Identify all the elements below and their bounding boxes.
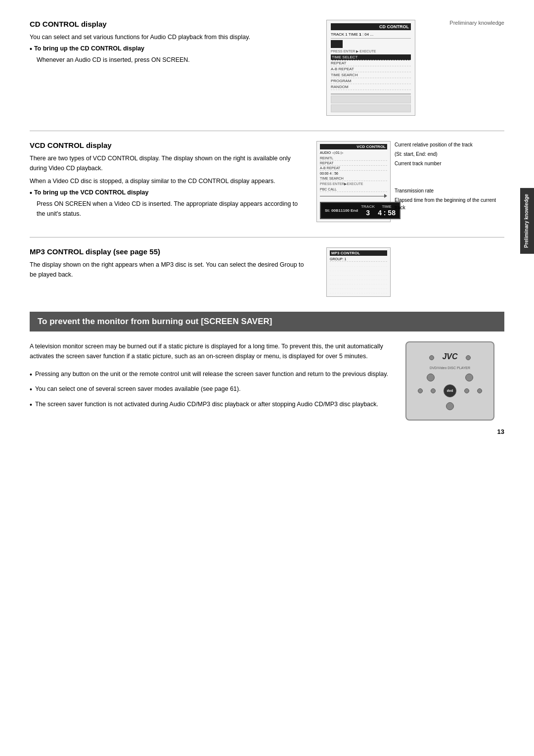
screen-saver-content: A television monitor screen may be burne… [30,341,504,421]
vcd-track-display-box: St: 00B11100 End TRACK 3 TIME 4 : 58 [320,202,400,219]
mp3-blank-3 [330,272,387,276]
jvc-brand: JVC [442,352,457,361]
side-tab: Preliminary knowledge [520,188,534,254]
vcd-track-section: TRACK 3 [361,204,375,217]
vcd-audio-row: AUDIO ◁ 01 ▷ [320,151,387,155]
mp3-control-heading: MP3 CONTROL display (see page 55) [30,247,312,256]
screen-saver-device-area: JVC DVD/Video DISC PLAYER dvd [405,341,504,421]
cd-menu-ab-repeat: A-B REPEAT [331,66,411,72]
cd-bottom-bar2 [331,104,411,112]
mp3-blank-2 [330,267,387,271]
jvc-subtitle: DVD/Video DISC PLAYER [430,366,470,370]
mp3-display-header: MP3 CONTROL [330,250,387,256]
vcd-press-text: PRESS ENTER▶EXECUTE [320,182,387,186]
vcd-time-values: 00:00 4 : 56 [320,172,338,175]
screen-saver-bullet-2: You can select one of several screen sav… [30,384,391,395]
vcd-menu-time-search: TIME SEARCH [320,176,387,181]
vcd-menu-pbc-call: PBC CALL [320,187,387,192]
cd-display-header: CD CONTROL [331,23,411,30]
jvc-mid-btn-2 [465,374,473,381]
vcd-st-end-bar: St: 00B11100 End [325,208,358,213]
jvc-mid-row [427,374,473,381]
jvc-device: JVC DVD/Video DISC PLAYER dvd [405,341,494,421]
vcd-track-label: TRACK [361,204,375,209]
vcd-annotations: Current relative position of the track (… [395,141,504,213]
mp3-display: MP3 CONTROL GROUP: 1 [326,247,391,297]
screen-saver-bullet-1: Pressing any button on the unit or the r… [30,369,391,380]
page-section-label: Preliminary knowledge [449,20,504,26]
vcd-bullet-text: Press ON SCREEN when a Video CD is inser… [37,199,302,219]
cd-menu-repeat: REPEAT [331,60,411,66]
screen-saver-heading: To prevent the monitor from burning out … [30,312,504,331]
mp3-blank-7 [330,289,387,293]
vcd-annot-current-track: Current track number [395,160,504,167]
vcd-bullet-label: To bring up the VCD CONTROL display [30,189,302,197]
mp3-control-section: MP3 CONTROL display (see page 55) The di… [30,247,504,297]
vcd-track-number: 3 [366,209,370,217]
mp3-display-area: MP3 CONTROL GROUP: 1 [326,247,504,297]
jvc-btn-2 [466,355,471,360]
vcd-time-section: TIME 4 : 58 [378,204,396,217]
screen-saver-text: A television monitor screen may be burne… [30,341,391,421]
page-number: 13 [497,428,504,435]
jvc-bot-btn-1 [418,388,423,393]
jvc-bot-btn-4 [477,388,482,393]
mp3-blank-4 [330,276,387,280]
jvc-last-btn [446,402,454,410]
cd-control-body: You can select and set various functions… [30,32,312,42]
mp3-blank-1 [330,263,387,267]
vcd-time-label: TIME [382,204,391,209]
cd-control-heading: CD CONTROL display [30,20,312,28]
vcd-annot-transmission-rate: Transmission rate [395,187,504,194]
vcd-time-value: 4 : 58 [378,209,396,217]
cd-bottom-line [331,92,411,94]
vcd-control-text: VCD CONTROL display There are two types … [30,141,302,222]
cd-menu-time-search: TIME SEARCH [331,72,411,78]
vcd-display-area: VCD CONTROL AUDIO ◁ 01 ▷ REINITL REPEAT … [316,141,504,222]
cd-black-block [331,40,343,48]
cd-bullet-text: Whenever an Audio CD is inserted, press … [37,55,312,65]
cd-control-text: CD CONTROL display You can select and se… [30,20,312,116]
jvc-bottom-row: dvd [418,384,482,397]
vcd-annot-elapsed-time: Elapsed time from the beginning of the c… [395,196,504,211]
jvc-last-row [446,402,454,410]
vcd-arrow-head [384,194,387,198]
vcd-control-display: VCD CONTROL AUDIO ◁ 01 ▷ REINITL REPEAT … [316,141,391,222]
vcd-annot-current-relative: Current relative position of the track [395,141,504,148]
cd-bullet-label: To bring up the CD CONTROL display [30,45,312,53]
vcd-audio-values: ◁ 01 ▷ [332,151,343,155]
jvc-btn-1 [429,355,434,360]
vcd-arrow-line [320,196,384,196]
vcd-display-header: VCD CONTROL [320,144,387,149]
cd-menu-program: PROGRAM [331,78,411,84]
vcd-control-heading: VCD CONTROL display [30,141,302,149]
mp3-group-row: GROUP: 1 [330,257,387,262]
jvc-bot-btn-2 [431,388,436,393]
screen-saver-intro: A television monitor screen may be burne… [30,341,391,361]
cd-press-text: PRESS ENTER ▶ EXECUTE [331,49,411,53]
vcd-menu-ab-repeat: A-B REPEAT [320,166,387,171]
cd-control-section: CD CONTROL display You can select and se… [30,20,504,116]
cd-track-time-row: TRACK 1 TIME 1 : 04 ... [331,32,411,39]
mp3-control-text: MP3 CONTROL display (see page 55) The di… [30,247,312,297]
vcd-control-body1: There are two types of VCD CONTROL displ… [30,153,302,173]
cd-menu-time-select: TIME SELECT [331,54,411,60]
mp3-control-body: The display shown on the right appears w… [30,260,312,280]
jvc-mid-btn-1 [427,374,435,381]
vcd-annot-st-end: (St: start, End: end) [395,150,504,158]
jvc-bot-btn-3 [464,388,469,393]
divider-1 [30,131,504,131]
vcd-time-row: 00:00 4 : 56 [320,172,387,175]
cd-control-display: CD CONTROL TRACK 1 TIME 1 : 04 ... PRESS… [326,20,415,116]
vcd-control-section: VCD CONTROL display There are two types … [30,141,504,222]
cd-control-display-area: CD CONTROL TRACK 1 TIME 1 : 04 ... PRESS… [326,20,504,116]
vcd-menu-repeat: REPEAT [320,161,387,166]
jvc-top-row: JVC [429,352,470,363]
cd-menu-random: RANDOM [331,84,411,90]
mp3-blank-6 [330,285,387,289]
vcd-arrow-row [320,194,387,198]
vcd-audio-label: AUDIO [320,151,331,155]
cd-bottom-bar [331,95,411,103]
divider-2 [30,237,504,237]
mp3-blank-5 [330,281,387,284]
